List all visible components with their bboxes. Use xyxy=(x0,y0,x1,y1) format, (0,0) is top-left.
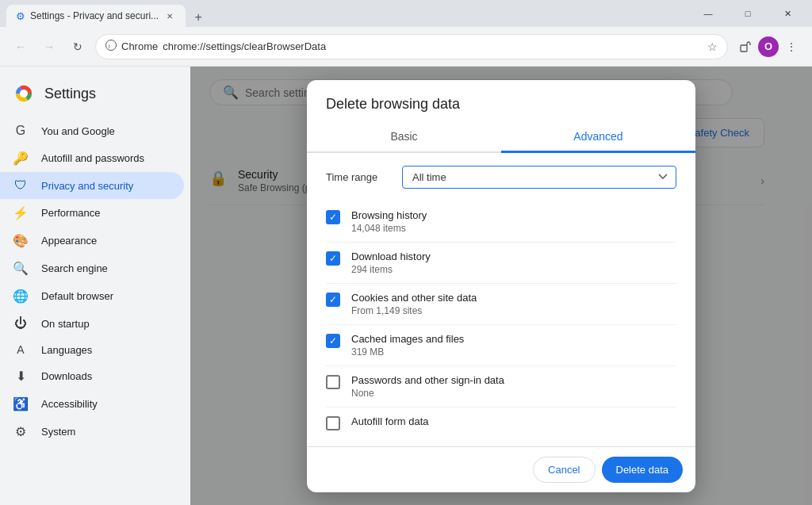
delete-browsing-data-dialog: Delete browsing data Basic Advanced Time… xyxy=(307,80,695,492)
checkbox-cached-images[interactable]: ✓ Cached images and files 319 MB xyxy=(326,325,676,366)
sidebar-item-system[interactable]: ⚙ System xyxy=(0,418,184,446)
checkbox-autofill[interactable]: Autofill form data xyxy=(326,407,676,438)
refresh-button[interactable]: ↻ xyxy=(67,36,89,58)
checkbox-browsing-history-input[interactable]: ✓ xyxy=(326,210,340,224)
sidebar-item-default-browser[interactable]: 🌐 Default browser xyxy=(0,282,184,310)
privacy-security-icon: 🛡 xyxy=(13,178,29,193)
checkbox-sub: 14,048 items xyxy=(351,223,676,234)
checkbox-label: Browsing history xyxy=(351,209,676,221)
sidebar-item-label: System xyxy=(41,426,75,438)
dialog-title: Delete browsing data xyxy=(307,80,695,113)
minimize-button[interactable]: — xyxy=(690,2,726,25)
checkbox-label: Passwords and other sign-in data xyxy=(351,374,676,386)
sidebar: Settings G You and Google 🔑 Autofill and… xyxy=(0,67,190,505)
chrome-logo xyxy=(13,82,35,105)
time-range-row: Time range Last hour Last 24 hours Last … xyxy=(326,166,676,189)
address-url: chrome://settings/clearBrowserData xyxy=(163,40,703,52)
sidebar-item-privacy-security[interactable]: 🛡 Privacy and security xyxy=(0,172,184,199)
sidebar-item-on-startup[interactable]: ⏻ On startup xyxy=(0,310,184,337)
cancel-button[interactable]: Cancel xyxy=(533,457,595,483)
extensions-icon[interactable] xyxy=(734,36,756,58)
sidebar-item-label: Autofill and passwords xyxy=(41,152,144,164)
checkbox-cookies[interactable]: ✓ Cookies and other site data From 1,149… xyxy=(326,284,676,325)
tab-basic[interactable]: Basic xyxy=(307,122,501,153)
sidebar-item-label: Search engine xyxy=(41,262,108,274)
svg-text:i: i xyxy=(109,43,110,50)
checkbox-passwords[interactable]: Passwords and other sign-in data None xyxy=(326,366,676,407)
checkbox-cached-images-input[interactable]: ✓ xyxy=(326,334,340,348)
search-engine-icon: 🔍 xyxy=(13,261,29,276)
checkbox-sub: 294 items xyxy=(351,264,676,275)
checkbox-autofill-input[interactable] xyxy=(326,416,340,430)
tab-close-button[interactable]: ✕ xyxy=(163,10,176,22)
checkbox-label: Cached images and files xyxy=(351,333,676,345)
sidebar-item-languages[interactable]: A Languages xyxy=(0,337,184,362)
dialog-body: Time range Last hour Last 24 hours Last … xyxy=(307,153,695,446)
window-controls: — □ ✕ xyxy=(690,2,806,25)
sidebar-item-label: Languages xyxy=(41,344,92,356)
back-button[interactable]: ← xyxy=(10,36,32,58)
sidebar-item-appearance[interactable]: 🎨 Appearance xyxy=(0,227,184,254)
checkbox-sub: 319 MB xyxy=(351,346,676,358)
bookmark-icon[interactable]: ☆ xyxy=(707,40,718,53)
sidebar-item-label: You and Google xyxy=(41,125,115,137)
sidebar-item-you-and-google[interactable]: G You and Google xyxy=(0,117,184,144)
maximize-button[interactable]: □ xyxy=(730,2,766,25)
checkbox-sub: From 1,149 sites xyxy=(351,305,676,316)
checkbox-label: Download history xyxy=(351,251,676,262)
checkbox-passwords-text: Passwords and other sign-in data None xyxy=(351,374,676,399)
svg-point-0 xyxy=(106,40,117,51)
security-icon: i xyxy=(105,40,117,53)
system-icon: ⚙ xyxy=(13,424,29,439)
checkbox-download-history-input[interactable]: ✓ xyxy=(326,251,340,266)
checkbox-cookies-text: Cookies and other site data From 1,149 s… xyxy=(351,292,676,316)
active-tab[interactable]: ⚙ Settings - Privacy and securi... ✕ xyxy=(6,5,186,27)
checkbox-browsing-history-text: Browsing history 14,048 items xyxy=(351,209,676,234)
time-range-select[interactable]: Last hour Last 24 hours Last 7 days Last… xyxy=(402,166,676,189)
checkbox-download-history-text: Download history 294 items xyxy=(351,251,676,275)
profile-avatar[interactable]: O xyxy=(758,36,779,57)
performance-icon: ⚡ xyxy=(13,205,29,220)
sidebar-item-autofill[interactable]: 🔑 Autofill and passwords xyxy=(0,144,184,172)
tab-advanced[interactable]: Advanced xyxy=(501,122,695,153)
sidebar-header: Settings xyxy=(0,73,190,117)
sidebar-item-label: Privacy and security xyxy=(41,180,133,192)
sidebar-item-label: Appearance xyxy=(41,235,97,247)
menu-icon[interactable]: ⋮ xyxy=(780,36,802,58)
checkbox-passwords-input[interactable] xyxy=(326,375,340,389)
checkbox-download-history[interactable]: ✓ Download history 294 items xyxy=(326,243,676,284)
default-browser-icon: 🌐 xyxy=(13,289,29,304)
autofill-icon: 🔑 xyxy=(13,151,29,166)
sidebar-item-label: Performance xyxy=(41,207,100,219)
downloads-icon: ⬇ xyxy=(13,369,29,384)
sidebar-item-downloads[interactable]: ⬇ Downloads xyxy=(0,362,184,390)
sidebar-title: Settings xyxy=(44,86,96,102)
checkbox-sub: None xyxy=(351,388,676,399)
new-tab-button[interactable]: + xyxy=(189,8,208,27)
svg-rect-2 xyxy=(741,45,747,52)
appearance-icon: 🎨 xyxy=(13,233,29,248)
titlebar: ⚙ Settings - Privacy and securi... ✕ + —… xyxy=(0,0,812,27)
checkbox-label: Cookies and other site data xyxy=(351,292,676,304)
sidebar-item-accessibility[interactable]: ♿ Accessibility xyxy=(0,390,184,418)
dialog-tabs: Basic Advanced xyxy=(307,122,695,153)
titlebar-tabs: ⚙ Settings - Privacy and securi... ✕ + xyxy=(6,0,687,27)
delete-data-button[interactable]: Delete data xyxy=(602,457,684,483)
svg-point-4 xyxy=(20,90,28,98)
sidebar-item-label: Default browser xyxy=(41,290,113,302)
forward-button[interactable]: → xyxy=(38,36,60,58)
sidebar-item-search-engine[interactable]: 🔍 Search engine xyxy=(0,254,184,282)
checkbox-browsing-history[interactable]: ✓ Browsing history 14,048 items xyxy=(326,201,676,243)
accessibility-icon: ♿ xyxy=(13,396,29,411)
sidebar-item-performance[interactable]: ⚡ Performance xyxy=(0,199,184,227)
address-input[interactable]: i Chrome chrome://settings/clearBrowserD… xyxy=(95,34,728,59)
toolbar-icons: O ⋮ xyxy=(734,36,802,58)
checkbox-cookies-input[interactable]: ✓ xyxy=(326,293,340,307)
on-startup-icon: ⏻ xyxy=(13,316,29,331)
close-button[interactable]: ✕ xyxy=(769,2,806,25)
checkbox-cached-images-text: Cached images and files 319 MB xyxy=(351,333,676,358)
main-layout: Settings G You and Google 🔑 Autofill and… xyxy=(0,67,812,505)
checkbox-label: Autofill form data xyxy=(351,415,676,427)
languages-icon: A xyxy=(13,343,29,356)
modal-overlay: Delete browsing data Basic Advanced Time… xyxy=(190,67,812,505)
